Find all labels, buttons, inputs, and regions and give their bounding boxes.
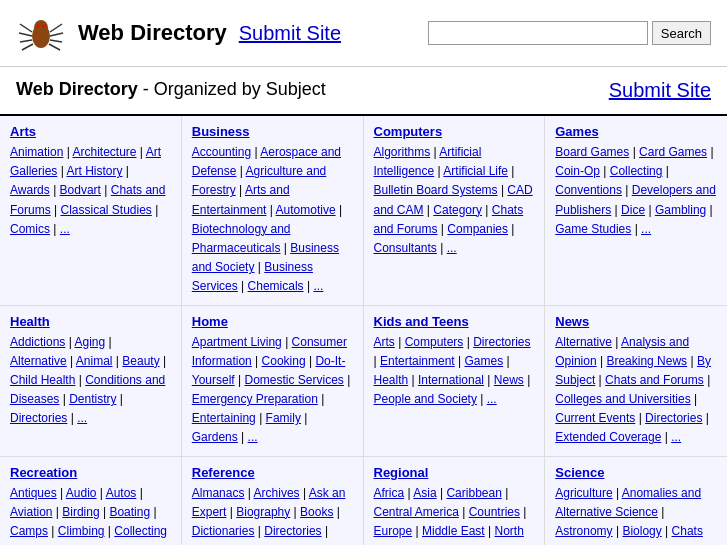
dir-link-health-4[interactable]: Beauty	[122, 354, 159, 368]
dir-link-news-0[interactable]: Alternative	[555, 335, 612, 349]
dir-link-kids-and-teens-5[interactable]: Health	[374, 373, 409, 387]
dir-link-reference-4[interactable]: Books	[300, 505, 333, 519]
dir-title-home[interactable]: Home	[192, 314, 353, 329]
dir-link-games-2[interactable]: Coin-Op	[555, 164, 600, 178]
dir-more-home[interactable]: ...	[248, 430, 258, 444]
dir-title-arts[interactable]: Arts	[10, 124, 171, 139]
dir-title-recreation[interactable]: Recreation	[10, 465, 171, 480]
dir-link-computers-3[interactable]: Bulletin Board Systems	[374, 183, 498, 197]
dir-link-home-7[interactable]: Family	[266, 411, 301, 425]
dir-link-kids-and-teens-8[interactable]: People and Society	[374, 392, 477, 406]
dir-link-business-5[interactable]: Biotechnology and Pharmaceuticals	[192, 222, 291, 255]
dir-title-science[interactable]: Science	[555, 465, 717, 480]
dir-link-regional-6[interactable]: Middle East	[422, 524, 485, 538]
dir-link-health-3[interactable]: Animal	[76, 354, 113, 368]
dir-link-home-5[interactable]: Emergency Preparation	[192, 392, 318, 406]
dir-link-home-0[interactable]: Apartment Living	[192, 335, 282, 349]
dir-link-science-3[interactable]: Biology	[622, 524, 661, 538]
dir-more-health[interactable]: ...	[77, 411, 87, 425]
dir-title-reference[interactable]: Reference	[192, 465, 353, 480]
dir-link-computers-7[interactable]: Companies	[447, 222, 508, 236]
dir-link-computers-0[interactable]: Algorithms	[374, 145, 431, 159]
dir-link-arts-5[interactable]: Bodvart	[60, 183, 101, 197]
dir-link-home-8[interactable]: Gardens	[192, 430, 238, 444]
dir-link-arts-0[interactable]: Animation	[10, 145, 63, 159]
search-input[interactable]	[428, 21, 648, 45]
dir-link-computers-5[interactable]: Category	[433, 203, 482, 217]
dir-more-news[interactable]: ...	[671, 430, 681, 444]
dir-link-news-4[interactable]: Chats and Forums	[605, 373, 704, 387]
dir-link-regional-3[interactable]: Central America	[374, 505, 459, 519]
dir-link-recreation-5[interactable]: Boating	[109, 505, 150, 519]
dir-link-recreation-3[interactable]: Aviation	[10, 505, 52, 519]
dir-title-kids-and-teens[interactable]: Kids and Teens	[374, 314, 535, 329]
dir-link-arts-4[interactable]: Awards	[10, 183, 50, 197]
dir-link-health-7[interactable]: Dentistry	[69, 392, 116, 406]
dir-link-games-3[interactable]: Collecting	[610, 164, 663, 178]
dir-link-kids-and-teens-7[interactable]: News	[494, 373, 524, 387]
dir-link-news-7[interactable]: Directories	[645, 411, 702, 425]
dir-link-games-1[interactable]: Card Games	[639, 145, 707, 159]
dir-more-arts[interactable]: ...	[60, 222, 70, 236]
dir-title-health[interactable]: Health	[10, 314, 171, 329]
dir-link-health-0[interactable]: Addictions	[10, 335, 65, 349]
dir-link-reference-0[interactable]: Almanacs	[192, 486, 245, 500]
dir-link-games-0[interactable]: Board Games	[555, 145, 629, 159]
dir-link-news-2[interactable]: Breaking News	[606, 354, 687, 368]
dir-link-business-8[interactable]: Chemicals	[248, 279, 304, 293]
dir-title-computers[interactable]: Computers	[374, 124, 535, 139]
dir-link-news-8[interactable]: Extended Coverage	[555, 430, 661, 444]
dir-link-recreation-8[interactable]: Collecting	[114, 524, 167, 538]
dir-link-business-0[interactable]: Accounting	[192, 145, 251, 159]
dir-link-reference-1[interactable]: Archives	[254, 486, 300, 500]
dir-link-regional-1[interactable]: Asia	[413, 486, 436, 500]
dir-more-kids-and-teens[interactable]: ...	[487, 392, 497, 406]
dir-link-games-6[interactable]: Dice	[621, 203, 645, 217]
dir-link-recreation-2[interactable]: Autos	[106, 486, 137, 500]
dir-link-science-0[interactable]: Agriculture	[555, 486, 612, 500]
dir-link-news-6[interactable]: Current Events	[555, 411, 635, 425]
dir-link-health-5[interactable]: Child Health	[10, 373, 75, 387]
dir-link-recreation-0[interactable]: Antiques	[10, 486, 57, 500]
dir-link-kids-and-teens-0[interactable]: Arts	[374, 335, 395, 349]
dir-title-games[interactable]: Games	[555, 124, 717, 139]
dir-link-health-8[interactable]: Directories	[10, 411, 67, 425]
dir-link-recreation-4[interactable]: Birding	[62, 505, 99, 519]
dir-link-regional-0[interactable]: Africa	[374, 486, 405, 500]
dir-link-reference-6[interactable]: Directories	[264, 524, 321, 538]
dir-link-reference-5[interactable]: Dictionaries	[192, 524, 255, 538]
dir-link-kids-and-teens-2[interactable]: Directories	[473, 335, 530, 349]
dir-link-regional-4[interactable]: Countries	[469, 505, 520, 519]
dir-link-health-1[interactable]: Aging	[75, 335, 106, 349]
dir-link-arts-7[interactable]: Classical Studies	[60, 203, 151, 217]
dir-link-science-2[interactable]: Astronomy	[555, 524, 612, 538]
dir-more-computers[interactable]: ...	[447, 241, 457, 255]
dir-title-news[interactable]: News	[555, 314, 717, 329]
dir-link-regional-5[interactable]: Europe	[374, 524, 413, 538]
dir-link-kids-and-teens-1[interactable]: Computers	[405, 335, 464, 349]
submit-site-header-link[interactable]: Submit Site	[239, 22, 341, 45]
dir-link-news-5[interactable]: Colleges and Universities	[555, 392, 690, 406]
dir-link-home-2[interactable]: Cooking	[262, 354, 306, 368]
dir-link-arts-8[interactable]: Comics	[10, 222, 50, 236]
dir-link-regional-2[interactable]: Caribbean	[446, 486, 501, 500]
dir-link-home-6[interactable]: Entertaining	[192, 411, 256, 425]
search-button[interactable]: Search	[652, 21, 711, 45]
dir-more-business[interactable]: ...	[313, 279, 323, 293]
dir-title-regional[interactable]: Regional	[374, 465, 535, 480]
dir-link-business-4[interactable]: Automotive	[276, 203, 336, 217]
dir-link-games-7[interactable]: Gambling	[655, 203, 706, 217]
submit-site-hero-link[interactable]: Submit Site	[609, 79, 711, 102]
dir-link-games-4[interactable]: Conventions	[555, 183, 622, 197]
dir-link-reference-3[interactable]: Biography	[236, 505, 290, 519]
dir-link-recreation-6[interactable]: Camps	[10, 524, 48, 538]
dir-link-recreation-7[interactable]: Climbing	[58, 524, 105, 538]
dir-more-games[interactable]: ...	[641, 222, 651, 236]
dir-link-arts-3[interactable]: Art History	[66, 164, 122, 178]
dir-link-kids-and-teens-4[interactable]: Games	[464, 354, 503, 368]
dir-link-kids-and-teens-6[interactable]: International	[418, 373, 484, 387]
dir-link-arts-1[interactable]: Architecture	[73, 145, 137, 159]
dir-link-games-8[interactable]: Game Studies	[555, 222, 631, 236]
dir-title-business[interactable]: Business	[192, 124, 353, 139]
dir-link-home-4[interactable]: Domestic Services	[244, 373, 343, 387]
